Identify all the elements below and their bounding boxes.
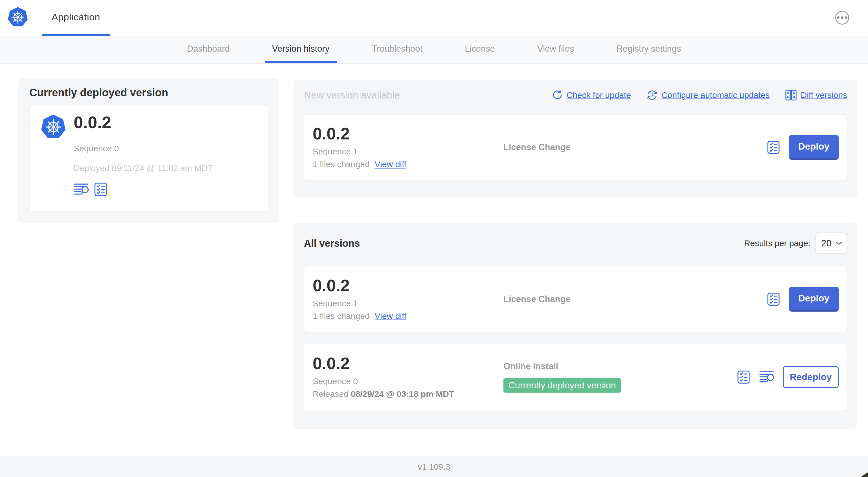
files-changed-label: 1 files changed	[313, 311, 370, 321]
ellipsis-icon	[837, 17, 839, 19]
view-preflight-checks-button[interactable]	[767, 292, 780, 306]
check-for-update-link[interactable]: Check for update	[552, 90, 631, 100]
checklist-icon	[737, 370, 751, 384]
results-per-page-label: Results per page:	[744, 239, 810, 248]
tab-dashboard[interactable]: Dashboard	[180, 36, 237, 63]
results-per-page-value: 20	[821, 238, 832, 249]
redeploy-button[interactable]: Redeploy	[783, 366, 839, 388]
refresh-icon	[552, 90, 563, 100]
app-tab-bar: Dashboard Version history Troubleshoot L…	[0, 36, 868, 63]
view-diff-link[interactable]: View diff	[375, 159, 406, 169]
currently-deployed-badge: Currently deployed version	[503, 378, 621, 393]
app-header: Application	[0, 0, 868, 36]
tab-troubleshoot[interactable]: Troubleshoot	[364, 36, 430, 63]
release-source-label: License Change	[503, 294, 767, 304]
new-version-section: New version available Check for update C…	[293, 80, 857, 199]
sequence-label: Sequence 1	[313, 299, 503, 308]
results-per-page-select[interactable]: 20	[815, 233, 847, 254]
tab-view-files[interactable]: View files	[530, 36, 581, 63]
view-preflight-checks-button[interactable]	[93, 182, 108, 197]
app-title: Application	[52, 11, 100, 23]
sequence-label: Sequence 1	[313, 147, 503, 156]
checklist-icon	[93, 182, 108, 197]
version-label: 0.0.2	[313, 277, 503, 294]
view-diff-link[interactable]: View diff	[375, 311, 406, 321]
logs-icon	[74, 183, 89, 196]
deployed-version-label: 0.0.2	[74, 114, 213, 131]
currently-deployed-title: Currently deployed version	[29, 87, 168, 99]
checklist-icon	[767, 140, 780, 154]
version-row: 0.0.2 Sequence 1 1 files changed View di…	[304, 266, 847, 332]
currently-deployed-section: Currently deployed version 0.0.2 Sequenc…	[18, 78, 279, 223]
deployed-timestamp: Deployed 09/11/24 @ 11:02 am MDT	[74, 163, 213, 173]
deployed-sequence-label: Sequence 0	[74, 144, 213, 153]
view-deploy-logs-button[interactable]	[759, 370, 774, 384]
app-footer: v1.109.3	[0, 456, 868, 477]
mouse-cursor-artifact	[860, 472, 868, 477]
tab-registry-settings[interactable]: Registry settings	[609, 36, 688, 63]
logs-icon	[759, 370, 774, 384]
version-row: 0.0.2 Sequence 0 Released 08/29/24 @ 03:…	[304, 344, 847, 410]
view-preflight-checks-button[interactable]	[767, 140, 780, 154]
configure-automatic-updates-link[interactable]: Configure automatic updates	[647, 89, 770, 101]
release-source-label: Online Install	[503, 361, 737, 371]
new-version-title: New version available	[304, 89, 400, 101]
checklist-icon	[767, 292, 780, 306]
all-versions-title: All versions	[304, 238, 360, 249]
files-changed-label: 1 files changed	[313, 159, 370, 169]
auto-update-clock-icon	[647, 89, 658, 101]
view-preflight-checks-button[interactable]	[737, 370, 751, 384]
diff-icon	[785, 89, 797, 101]
released-timestamp: Released 08/29/24 @ 03:18 pm MDT	[313, 389, 503, 399]
version-label: 0.0.2	[313, 126, 503, 142]
currently-deployed-card: 0.0.2 Sequence 0 Deployed 09/11/24 @ 11:…	[29, 106, 268, 212]
tab-version-history[interactable]: Version history	[265, 36, 337, 63]
release-source-label: License Change	[503, 142, 767, 152]
diff-versions-link[interactable]: Diff versions	[785, 89, 847, 101]
app-nav-item[interactable]: Application	[42, 0, 110, 36]
new-version-row: 0.0.2 Sequence 1 1 files changed View di…	[304, 114, 847, 180]
console-version-label: v1.109.3	[417, 462, 450, 472]
kubernetes-logo-icon	[40, 114, 67, 141]
view-deploy-logs-button[interactable]	[74, 183, 89, 196]
deploy-button[interactable]: Deploy	[789, 135, 839, 160]
all-versions-section: All versions Results per page: 20 0.0.2 …	[293, 223, 857, 429]
deploy-button[interactable]: Deploy	[789, 287, 839, 311]
version-label: 0.0.2	[313, 355, 503, 372]
chevron-down-icon	[835, 241, 843, 246]
more-options-button[interactable]	[835, 11, 849, 25]
tab-license[interactable]: License	[458, 36, 502, 63]
sequence-label: Sequence 0	[313, 377, 503, 386]
kubernetes-logo-icon	[7, 6, 29, 28]
